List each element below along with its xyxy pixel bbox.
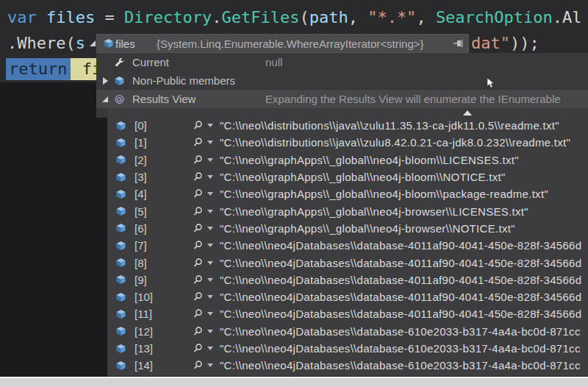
code-token: ));: [510, 34, 539, 52]
magnifier-icon[interactable]: [193, 343, 204, 354]
string-object-icon: [115, 291, 127, 303]
code-token: dat": [471, 34, 510, 52]
code-token: .: [212, 8, 221, 26]
variable-name: files: [115, 38, 157, 50]
magnifier-icon[interactable]: [193, 240, 204, 251]
visualizer-dropdown-icon[interactable]: [207, 363, 213, 367]
selected-code-text: return: [6, 58, 71, 80]
member-row-non-public[interactable]: Non-Public members: [96, 71, 588, 90]
result-row[interactable]: [6] "C:\\neo\\graphApps\\_global\\neo4j-…: [107, 220, 588, 237]
result-row[interactable]: [7] "C:\\neo\\neo4jDatabases\\database-4…: [107, 237, 588, 254]
results-rows: [0] "C:\\neo\\distributions\\java\\zulu1…: [107, 117, 588, 374]
datatip-expander-icon[interactable]: [90, 40, 96, 46]
datatip-header-row[interactable]: files {System.Linq.Enumerable.WhereArray…: [96, 34, 469, 53]
result-value: "C:\\neo\\neo4jDatabases\\database-610e2…: [220, 325, 581, 338]
visualizer-dropdown-icon[interactable]: [207, 141, 213, 144]
visualizer-dropdown-icon[interactable]: [207, 295, 213, 299]
visualizer-dropdown-icon[interactable]: [207, 278, 213, 282]
result-index: [3]: [135, 171, 170, 183]
visualizer-dropdown-icon[interactable]: [207, 227, 213, 230]
result-row[interactable]: [4] "C:\\neo\\graphApps\\_global\\neo4j-…: [107, 185, 588, 202]
code-token: files: [46, 8, 95, 26]
result-value: "C:\\neo\\graphApps\\_global\\neo4j-brow…: [220, 205, 528, 218]
string-object-icon: [115, 360, 127, 372]
visualizer-dropdown-icon[interactable]: [207, 175, 213, 179]
member-label: Non-Public members: [132, 74, 265, 87]
magnifier-icon[interactable]: [193, 223, 204, 234]
visualizer-dropdown-icon[interactable]: [207, 210, 213, 213]
datatip-member-tree: Current null Non-Public members Results …: [96, 53, 588, 108]
code-token: (: [299, 8, 309, 26]
result-index: [9]: [135, 274, 170, 286]
visualizer-dropdown-icon[interactable]: [207, 312, 213, 316]
string-object-icon: [115, 137, 127, 149]
result-index: [0]: [135, 119, 170, 132]
results-list-panel: [0] "C:\\neo\\distributions\\java\\zulu1…: [107, 108, 588, 376]
code-token: var: [7, 8, 46, 26]
result-index: [12]: [135, 325, 170, 338]
result-value: "C:\\neo\\distributions\\java\\zulu8.42.…: [220, 136, 570, 149]
result-row[interactable]: [13] "C:\\neo\\neo4jDatabases\\database-…: [107, 340, 588, 357]
visualizer-dropdown-icon[interactable]: [207, 261, 213, 265]
scroll-up-icon[interactable]: [463, 110, 472, 116]
window-bottom-strip: [0, 377, 588, 387]
code-token: .Where(: [7, 34, 76, 52]
code-token: "*.*": [368, 8, 416, 26]
result-row[interactable]: [10] "C:\\neo\\neo4jDatabases\\database-…: [107, 288, 588, 305]
magnifier-icon[interactable]: [193, 206, 204, 217]
result-index: [14]: [135, 359, 170, 372]
result-value: "C:\\neo\\neo4jDatabases\\database-4011a…: [220, 257, 581, 269]
result-row[interactable]: [12] "C:\\neo\\neo4jDatabases\\database-…: [107, 323, 588, 340]
magnifier-icon[interactable]: [193, 137, 204, 148]
results-view-icon: [113, 93, 126, 105]
member-row-current[interactable]: Current null: [96, 53, 588, 71]
visualizer-dropdown-icon[interactable]: [207, 124, 213, 127]
result-index: [5]: [135, 205, 170, 218]
pin-icon[interactable]: [453, 38, 465, 49]
code-token: ,: [416, 8, 436, 26]
magnifier-icon[interactable]: [193, 171, 204, 182]
visualizer-dropdown-icon[interactable]: [207, 347, 213, 350]
magnifier-icon[interactable]: [193, 155, 204, 166]
visualizer-dropdown-icon[interactable]: [207, 244, 213, 247]
magnifier-icon[interactable]: [193, 258, 204, 269]
magnifier-icon[interactable]: [193, 274, 204, 285]
member-label: Results View: [132, 93, 265, 105]
string-object-icon: [115, 205, 127, 217]
magnifier-icon[interactable]: [193, 326, 204, 337]
code-token: s: [76, 34, 85, 52]
magnifier-icon[interactable]: [193, 360, 204, 371]
editor-background-region: [0, 82, 107, 377]
magnifier-icon[interactable]: [193, 120, 204, 131]
string-object-icon: [115, 188, 127, 200]
code-token: .Al: [553, 8, 582, 26]
magnifier-icon[interactable]: [193, 291, 204, 302]
result-row[interactable]: [5] "C:\\neo\\graphApps\\_global\\neo4j-…: [107, 202, 588, 219]
result-row[interactable]: [14] "C:\\neo\\neo4jDatabases\\database-…: [107, 357, 588, 374]
result-row[interactable]: [9] "C:\\neo\\neo4jDatabases\\database-4…: [107, 271, 588, 288]
string-object-icon: [115, 120, 127, 132]
expander-expanded-icon[interactable]: [102, 96, 108, 102]
visualizer-dropdown-icon[interactable]: [207, 192, 213, 196]
string-object-icon: [115, 171, 127, 183]
result-row[interactable]: [2] "C:\\neo\\graphApps\\_global\\neo4j-…: [107, 152, 588, 168]
magnifier-icon[interactable]: [193, 308, 204, 319]
string-object-icon: [115, 257, 127, 269]
visualizer-dropdown-icon[interactable]: [207, 158, 213, 162]
string-object-icon: [115, 154, 127, 166]
string-object-icon: [115, 308, 127, 320]
result-row[interactable]: [1] "C:\\neo\\distributions\\java\\zulu8…: [107, 134, 588, 151]
result-row[interactable]: [8] "C:\\neo\\neo4jDatabases\\database-4…: [107, 254, 588, 271]
magnifier-icon[interactable]: [193, 188, 204, 199]
members-object-icon: [113, 75, 126, 87]
result-index: [2]: [135, 154, 170, 166]
code-token: ,: [348, 8, 368, 26]
member-description: Expanding the Results View will enumerat…: [265, 93, 588, 105]
member-row-results-view[interactable]: Results View Expanding the Results View …: [96, 90, 588, 108]
result-row[interactable]: [0] "C:\\neo\\distributions\\java\\zulu1…: [107, 117, 588, 134]
expander-collapsed-icon[interactable]: [103, 77, 108, 85]
result-row[interactable]: [11] "C:\\neo\\neo4jDatabases\\database-…: [107, 305, 588, 322]
visualizer-dropdown-icon[interactable]: [207, 330, 213, 333]
result-row[interactable]: [3] "C:\\neo\\graphApps\\_global\\neo4j-…: [107, 168, 588, 185]
member-label: Current: [132, 56, 265, 68]
